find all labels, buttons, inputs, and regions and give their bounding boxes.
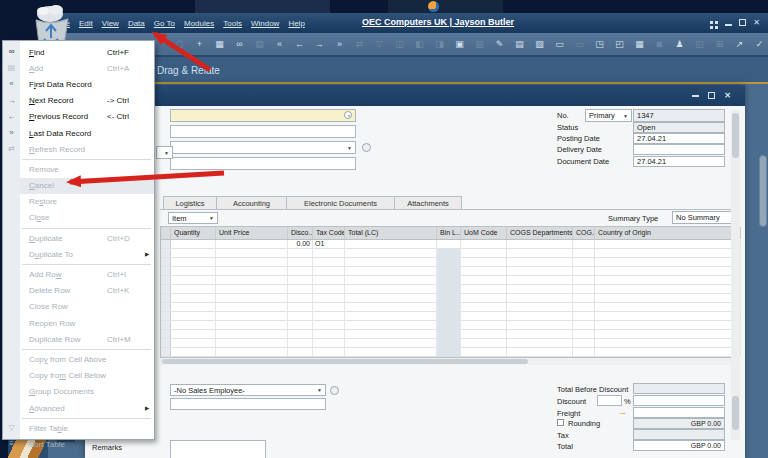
column-header-total-lc[interactable]: Total (LC) xyxy=(345,227,437,239)
vertical-scrollbar[interactable] xyxy=(731,110,740,440)
cell[interactable] xyxy=(288,339,313,347)
menu-item-group-documents[interactable]: Group Documents xyxy=(3,384,154,400)
cell[interactable] xyxy=(345,339,437,347)
cell[interactable] xyxy=(507,303,573,311)
owner-field[interactable] xyxy=(170,398,326,410)
cell[interactable] xyxy=(595,240,741,248)
cell[interactable] xyxy=(595,348,741,356)
menu-item-duplicate[interactable]: DuplicateCtrl+D xyxy=(3,230,154,246)
lock-icon[interactable]: ◙ xyxy=(652,37,667,52)
menu-item-reopen-row[interactable]: Reopen Row xyxy=(3,315,154,331)
cell[interactable] xyxy=(507,240,573,248)
cell[interactable] xyxy=(461,240,507,248)
cell[interactable] xyxy=(171,240,216,248)
cell[interactable] xyxy=(313,312,345,320)
cell[interactable] xyxy=(313,258,345,266)
document-draft-icon[interactable]: ▧ xyxy=(532,37,547,52)
menu-item-close-row[interactable]: Close Row xyxy=(3,299,154,315)
menu-item-sort-table[interactable]: ≡Sort Table xyxy=(3,436,154,452)
document-search-icon[interactable]: ▥ xyxy=(472,37,487,52)
cell[interactable] xyxy=(216,249,288,257)
approval-icon[interactable]: ✓ xyxy=(752,37,767,52)
menu-item-advanced[interactable]: Advanced▶ xyxy=(3,400,154,416)
cell[interactable] xyxy=(461,258,507,266)
column-header-uom-code[interactable]: UoM Code xyxy=(461,227,507,239)
series-dropdown[interactable]: Primary▼ xyxy=(585,109,632,122)
cell[interactable] xyxy=(461,321,507,329)
cell[interactable] xyxy=(461,276,507,284)
cell[interactable] xyxy=(345,258,437,266)
document-gear-icon[interactable]: ▤ xyxy=(512,37,527,52)
cell[interactable] xyxy=(345,249,437,257)
cell[interactable] xyxy=(313,330,345,338)
menubar-item-view[interactable]: View xyxy=(102,19,119,28)
item-type-dropdown[interactable]: Item▼ xyxy=(168,212,218,224)
menubar-item-go-to[interactable]: Go To xyxy=(154,19,175,28)
tab-attachments[interactable]: Attachments xyxy=(395,196,462,210)
scrollbar-thumb[interactable] xyxy=(732,113,739,158)
cell[interactable] xyxy=(216,303,288,311)
doc-minimize-button[interactable] xyxy=(692,95,699,97)
cell[interactable] xyxy=(437,258,461,266)
cell[interactable] xyxy=(313,267,345,275)
cell[interactable] xyxy=(507,330,573,338)
column-header-cogs-departments[interactable]: COGS Departments xyxy=(507,227,573,239)
cell[interactable]: 0.00 xyxy=(288,240,313,248)
document-settings-icon[interactable]: ▣ xyxy=(452,37,467,52)
cell[interactable] xyxy=(161,276,171,284)
cell[interactable] xyxy=(507,339,573,347)
cell[interactable] xyxy=(595,321,741,329)
cell[interactable] xyxy=(345,276,437,284)
cell[interactable] xyxy=(171,312,216,320)
chart-arrow-icon[interactable]: ↗ xyxy=(732,37,747,52)
cell[interactable] xyxy=(171,258,216,266)
cell[interactable] xyxy=(437,330,461,338)
menubar-item-file[interactable]: File xyxy=(57,19,70,28)
cell[interactable] xyxy=(573,294,595,302)
cell[interactable] xyxy=(216,339,288,347)
messages-dim-icon[interactable]: ▭ xyxy=(572,37,587,52)
cell[interactable]: O1 xyxy=(313,240,345,248)
user-icon[interactable]: ♟ xyxy=(672,37,687,52)
column-header-cog[interactable]: COG... xyxy=(573,227,595,239)
cell[interactable] xyxy=(573,330,595,338)
cell[interactable] xyxy=(288,258,313,266)
edit-icon[interactable]: ✎ xyxy=(492,37,507,52)
cell[interactable] xyxy=(595,303,741,311)
cell[interactable] xyxy=(437,240,461,248)
menu-item-duplicate-to[interactable]: Duplicate To▶ xyxy=(3,246,154,262)
menubar-item-tools[interactable]: Tools xyxy=(223,19,242,28)
cell[interactable] xyxy=(313,276,345,284)
cell[interactable] xyxy=(573,285,595,293)
cell[interactable] xyxy=(288,294,313,302)
summary-type-dropdown[interactable]: No Summary▼ xyxy=(672,211,740,224)
cell[interactable] xyxy=(461,267,507,275)
cell[interactable] xyxy=(161,258,171,266)
cell[interactable] xyxy=(216,285,288,293)
delivery-date-field[interactable] xyxy=(633,144,725,155)
cell[interactable] xyxy=(288,249,313,257)
find-icon[interactable]: ∞ xyxy=(232,37,247,52)
cell[interactable] xyxy=(437,348,461,356)
cell[interactable] xyxy=(161,267,171,275)
cell[interactable] xyxy=(161,303,171,311)
menu-item-delete-row[interactable]: Delete RowCtrl+K xyxy=(3,283,154,299)
cell[interactable] xyxy=(573,312,595,320)
cell[interactable] xyxy=(161,339,171,347)
cell[interactable] xyxy=(507,321,573,329)
column-header-tax-code[interactable]: Tax Code xyxy=(313,227,345,239)
messages-icon[interactable]: ▭ xyxy=(552,37,567,52)
cell[interactable] xyxy=(595,330,741,338)
column-header-unit-price[interactable]: Unit Price xyxy=(216,227,288,239)
customer-ref-field[interactable] xyxy=(170,157,356,170)
cell[interactable] xyxy=(461,249,507,257)
menubar-item-data[interactable]: Data xyxy=(128,19,145,28)
menu-item-add[interactable]: ▤AddCtrl+A xyxy=(3,60,154,76)
row-number-header[interactable] xyxy=(161,227,171,239)
cell[interactable] xyxy=(171,249,216,257)
layout-icon[interactable]: ◫ xyxy=(392,37,407,52)
cell[interactable] xyxy=(595,285,741,293)
tab-electronic-documents[interactable]: Electronic Documents xyxy=(287,196,395,210)
horizontal-scrollbar[interactable] xyxy=(160,358,740,365)
menubar-item-modules[interactable]: Modules xyxy=(184,19,214,28)
